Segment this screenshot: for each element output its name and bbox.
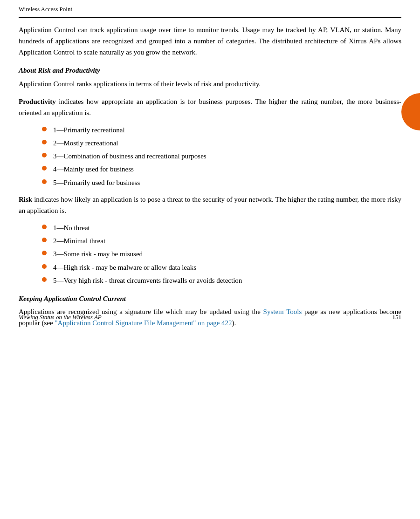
bullet-icon [42, 238, 47, 242]
list-item-text: 5—Primarily used for business [53, 178, 140, 188]
bullet-icon [42, 225, 47, 229]
page-header: Wireless Access Point [19, 0, 401, 18]
risk-text: indicates how likely an application is t… [19, 196, 401, 214]
intro-paragraph: Application Control can track applicatio… [19, 24, 401, 58]
list-item: 4—Mainly used for business [19, 164, 401, 175]
side-tab [401, 93, 420, 130]
productivity-paragraph: Productivity indicates how appropriate a… [19, 96, 401, 118]
list-item-text: 2—Mostly recreational [53, 138, 118, 149]
bullet-icon [42, 127, 47, 131]
list-item-text: 1—No threat [53, 223, 90, 233]
list-item-text: 1—Primarily recreational [53, 125, 125, 136]
bullet-icon [42, 153, 47, 157]
risk-paragraph: Risk indicates how likely an application… [19, 194, 401, 216]
list-item-text: 3—Some risk - may be misused [53, 249, 143, 260]
risk-list: 1—No threat 2—Minimal threat 3—Some risk… [19, 223, 401, 286]
footer-left: Viewing Status on the Wireless AP [19, 313, 102, 322]
list-item: 4—High risk - may be malware or allow da… [19, 262, 401, 273]
list-item-text: 3—Combination of business and recreation… [53, 151, 207, 162]
risk-term: Risk [19, 196, 32, 203]
list-item: 2—Mostly recreational [19, 138, 401, 149]
list-item-text: 2—Minimal threat [53, 236, 105, 246]
section1-heading: About Risk and Productivity [19, 65, 401, 76]
header-title: Wireless Access Point [19, 6, 72, 13]
list-item: 1—Primarily recreational [19, 125, 401, 136]
page-footer: Viewing Status on the Wireless AP 151 [19, 310, 401, 322]
productivity-term: Productivity [19, 98, 56, 105]
list-item: 5—Primarily used for business [19, 178, 401, 188]
productivity-text: indicates how appropriate an application… [19, 98, 401, 116]
productivity-list: 1—Primarily recreational 2—Mostly recrea… [19, 125, 401, 188]
bullet-icon [42, 251, 47, 255]
bullet-icon [42, 179, 47, 184]
bullet-icon [42, 140, 47, 144]
list-item: 2—Minimal threat [19, 236, 401, 246]
list-item: 3—Combination of business and recreation… [19, 151, 401, 162]
list-item-text: 5—Very high risk - threat circumvents fi… [53, 275, 242, 286]
bullet-icon [42, 264, 47, 269]
footer-right: 151 [392, 313, 402, 322]
list-item-text: 4—High risk - may be malware or allow da… [53, 262, 196, 273]
list-item: 3—Some risk - may be misused [19, 249, 401, 260]
list-item: 1—No threat [19, 223, 401, 233]
list-item-text: 4—Mainly used for business [53, 164, 134, 175]
list-item: 5—Very high risk - threat circumvents fi… [19, 275, 401, 286]
bullet-icon [42, 166, 47, 171]
bullet-icon [42, 277, 47, 282]
page-container: Wireless Access Point Application Contro… [0, 0, 420, 328]
section2-heading: Keeping Application Control Current [19, 294, 401, 304]
section1-paragraph: Application Control ranks applications i… [19, 78, 401, 89]
